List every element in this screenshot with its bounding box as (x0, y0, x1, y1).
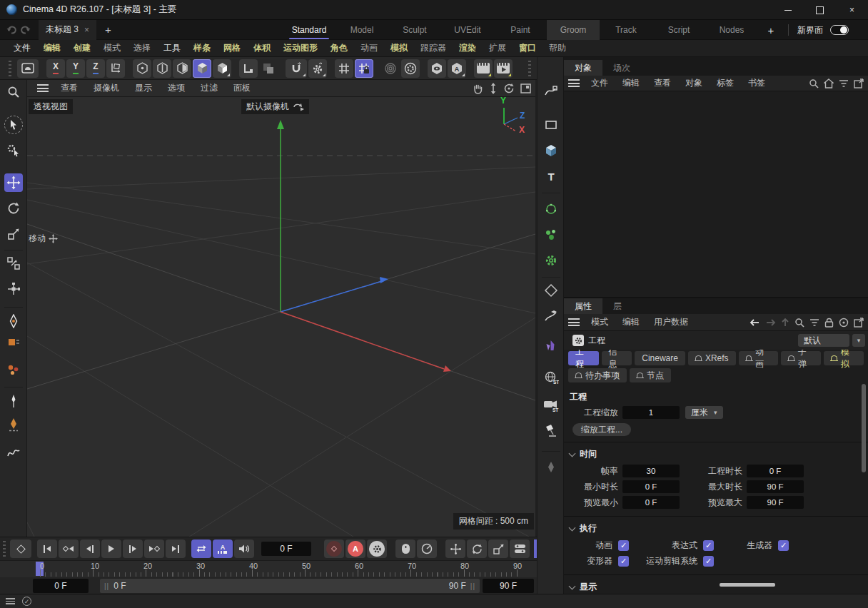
expressions-checkbox[interactable]: ✓ (703, 540, 714, 551)
menu-mograph[interactable]: 运动图形 (277, 42, 324, 54)
layout-tab-uvedit[interactable]: UVEdit (441, 20, 494, 40)
range-grip-left[interactable]: || (104, 582, 109, 590)
redo-icon[interactable] (20, 25, 31, 35)
viewport-menu-view[interactable]: 查看 (53, 82, 86, 94)
light-object-icon[interactable] (542, 421, 560, 440)
layout-tab-sculpt[interactable]: Sculpt (388, 20, 441, 40)
mocca-checkbox[interactable]: ✓ (703, 556, 714, 567)
viewport-canvas[interactable]: 透视视图 默认摄像机 Y Z X 移动 网格间距 : 500 cm (27, 97, 535, 537)
transfer-tool-icon[interactable] (4, 254, 23, 273)
polygons-mode-button[interactable] (173, 59, 191, 78)
preview-min-input[interactable]: 0 F (622, 496, 680, 509)
timing-button[interactable] (417, 539, 437, 558)
prev-frame-button[interactable] (80, 539, 100, 558)
text-object-icon[interactable]: T (542, 167, 560, 186)
om-popout-icon[interactable] (854, 78, 864, 88)
cat-tab-xrefs[interactable]: XRefs (688, 351, 736, 365)
cat-tab-info[interactable]: 信息 (602, 351, 632, 365)
timeline-grip[interactable] (3, 541, 6, 557)
key-parameter-button[interactable] (510, 539, 530, 558)
om-menu-edit[interactable]: 编辑 (615, 77, 647, 89)
snap-button[interactable] (286, 59, 307, 78)
document-tab[interactable]: 未标题 3 × (39, 20, 96, 40)
generators-checkbox[interactable]: ✓ (778, 540, 789, 551)
quantize-button[interactable] (355, 59, 373, 78)
cat-tab-animation[interactable]: 动画 (739, 351, 779, 365)
object-list[interactable] (564, 91, 868, 297)
project-scale-input[interactable]: 1 (622, 406, 680, 419)
interactive-render-button[interactable] (401, 59, 420, 78)
menu-extensions[interactable]: 扩展 (483, 42, 513, 54)
lock-z-axis-button[interactable]: Z (86, 59, 105, 78)
material-pen-icon[interactable] (542, 458, 560, 477)
menu-tools[interactable]: 工具 (157, 42, 187, 54)
sound-button[interactable] (234, 539, 254, 558)
scale-project-button[interactable]: 缩放工程... (572, 423, 631, 436)
execution-section-header[interactable]: 执行 (564, 518, 868, 537)
points-mode-button[interactable] (133, 59, 151, 78)
am-lock-icon[interactable] (824, 318, 834, 328)
menu-volume[interactable]: 体积 (247, 42, 277, 54)
new-ui-toggle[interactable] (830, 25, 849, 35)
range-end-field[interactable]: 90 F (483, 579, 534, 593)
spline-pen-tool-icon[interactable] (4, 312, 23, 330)
menu-render[interactable]: 渲染 (453, 42, 483, 54)
rotate-tool-icon[interactable] (4, 199, 23, 218)
vertical-scrollbar[interactable] (862, 384, 866, 472)
cube-object-icon[interactable] (542, 141, 560, 160)
play-mode-button[interactable]: A (213, 539, 233, 558)
brush-tool-icon[interactable] (4, 392, 23, 410)
menu-spline[interactable]: 样条 (187, 42, 217, 54)
cat-tab-simulation[interactable]: 模拟 (824, 351, 864, 365)
menu-animate[interactable]: 动画 (354, 42, 384, 54)
workplane-button[interactable] (239, 59, 258, 78)
tab-takes[interactable]: 场次 (602, 60, 641, 76)
color-swatch-icon[interactable] (4, 335, 23, 350)
simulation-sphere-icon[interactable] (542, 200, 560, 218)
lock-y-axis-button[interactable]: Y (66, 59, 85, 78)
viewport-menu-camera[interactable]: 摄像机 (86, 82, 127, 94)
om-home-icon[interactable] (824, 78, 834, 88)
layout-tab-standard[interactable]: Standard (283, 20, 335, 40)
am-hamburger-icon[interactable] (568, 318, 580, 326)
viewport-menu-filter[interactable]: 过滤 (193, 82, 226, 94)
key-position-button[interactable] (445, 539, 465, 558)
layout-tab-model[interactable]: Model (335, 20, 388, 40)
pan-hand-icon[interactable] (472, 83, 483, 94)
am-up-icon[interactable] (781, 318, 789, 327)
range-grip-right[interactable]: || (470, 582, 475, 590)
status-menu-icon[interactable] (6, 598, 15, 604)
cat-tab-todo[interactable]: 待办事项 (568, 368, 627, 382)
time-section-header[interactable]: 时间 (564, 444, 868, 463)
cat-tab-project[interactable]: 工程 (568, 351, 599, 365)
om-menu-bookmarks[interactable]: 书签 (741, 77, 772, 89)
particles-icon[interactable] (542, 226, 560, 244)
om-menu-object[interactable]: 对象 (678, 77, 710, 89)
om-hamburger-icon[interactable] (568, 79, 580, 87)
current-frame-field[interactable]: 0 F (261, 542, 311, 556)
viewport-menu-panel[interactable]: 面板 (226, 82, 258, 94)
menu-select[interactable]: 选择 (127, 42, 157, 54)
menu-tracker[interactable]: 跟踪器 (414, 42, 453, 54)
render-region-button[interactable] (381, 59, 400, 78)
cat-tab-bullet[interactable]: 子弹 (781, 351, 821, 365)
am-menu-edit[interactable]: 编辑 (615, 316, 647, 328)
tweak-tool-icon[interactable] (4, 141, 23, 159)
menu-help[interactable]: 帮助 (542, 42, 572, 54)
view-label[interactable]: 透视视图 (29, 99, 73, 114)
minimize-button[interactable] (772, 0, 804, 20)
scale-tool-icon[interactable] (4, 225, 23, 243)
fps-input[interactable]: 30 (622, 465, 680, 477)
coordinate-system-button[interactable] (106, 59, 125, 78)
tab-layers[interactable]: 层 (602, 298, 632, 314)
am-filter-icon[interactable] (809, 318, 819, 327)
menu-edit[interactable]: 编辑 (37, 42, 67, 54)
dynamics-gear-icon[interactable] (542, 251, 560, 270)
toolbar-grip-right[interactable] (528, 61, 531, 76)
record-keyframe-button[interactable] (324, 539, 344, 558)
edges-mode-button[interactable] (153, 59, 171, 78)
layout-tab-paint[interactable]: Paint (494, 20, 547, 40)
model-mode-button[interactable] (193, 59, 211, 78)
document-tab-close-icon[interactable]: × (84, 25, 89, 35)
menu-create[interactable]: 创建 (67, 42, 97, 54)
